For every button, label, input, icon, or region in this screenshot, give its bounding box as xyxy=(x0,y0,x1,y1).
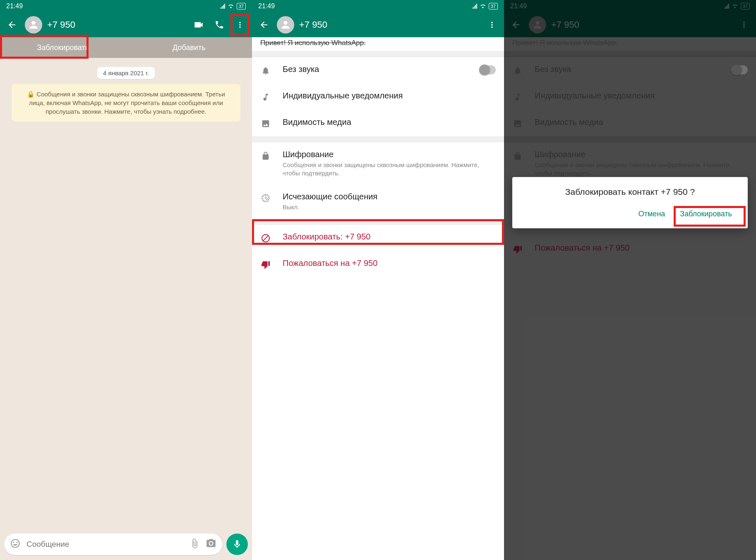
media-vis-label: Видимость медиа xyxy=(283,117,496,127)
compose-row xyxy=(4,534,248,555)
add-contact-button[interactable]: Добавить xyxy=(126,37,252,58)
voice-call-button[interactable] xyxy=(211,17,227,33)
block-confirm-dialog: Заблокировать контакт +7 950 ? Отмена За… xyxy=(512,177,748,228)
attach-icon[interactable] xyxy=(190,538,200,550)
date-divider: 4 января 2021 г. xyxy=(97,67,155,79)
mute-toggle[interactable] xyxy=(479,65,496,74)
mic-button[interactable] xyxy=(226,534,248,555)
dialog-title: Заблокировать контакт +7 950 ? xyxy=(522,186,738,197)
camera-icon[interactable] xyxy=(206,538,216,550)
status-icons: 37 xyxy=(221,3,246,10)
divider xyxy=(252,219,504,225)
avatar[interactable] xyxy=(277,16,294,34)
block-contact-row[interactable]: Заблокировать: +7 950 xyxy=(252,225,504,251)
about-text: Привет! Я использую WhatsApp. xyxy=(252,37,504,51)
back-button[interactable] xyxy=(256,17,272,33)
emoji-icon[interactable] xyxy=(10,538,21,550)
status-bar: 21:49 37 xyxy=(0,0,252,12)
status-time: 21:49 xyxy=(258,2,275,10)
wifi-icon xyxy=(480,3,486,9)
media-visibility-row[interactable]: Видимость медиа xyxy=(252,110,504,136)
mute-row[interactable]: Без звука xyxy=(252,57,504,84)
divider xyxy=(252,136,504,142)
battery-icon: 37 xyxy=(489,3,498,10)
encryption-sub: Сообщения и звонки защищены сквозным шиф… xyxy=(283,161,496,177)
battery-icon: 37 xyxy=(237,3,246,10)
disappearing-row[interactable]: Исчезающие сообщения Выкл. xyxy=(252,184,504,219)
pane-confirm-dialog: 21:49 37 +7 950 Привет! Я использую What… xyxy=(504,0,756,560)
disappearing-sub: Выкл. xyxy=(283,203,496,211)
pane-contact-info: 21:49 37 +7 950 Привет! Я использую What… xyxy=(252,0,504,560)
contact-title[interactable]: +7 950 xyxy=(299,19,479,30)
chat-title[interactable]: +7 950 xyxy=(47,19,186,30)
custom-notifications-row[interactable]: Индивидуальные уведомления xyxy=(252,84,504,110)
block-icon xyxy=(260,233,271,244)
block-button[interactable]: Заблокировать xyxy=(0,37,126,58)
image-icon xyxy=(260,118,271,129)
pane-chat: 21:49 37 +7 950 Заблокировать Добавить 4… xyxy=(0,0,252,560)
bell-icon xyxy=(260,65,271,76)
report-label: Пожаловаться на +7 950 xyxy=(283,258,496,268)
app-bar: +7 950 xyxy=(252,12,504,37)
back-button[interactable] xyxy=(4,17,20,33)
thumbs-down-icon xyxy=(260,259,271,270)
video-call-button[interactable] xyxy=(191,17,206,33)
lock-icon xyxy=(260,151,271,161)
signal-icon xyxy=(473,4,477,9)
custom-notif-label: Индивидуальные уведомления xyxy=(283,91,496,101)
unknown-contact-actions: Заблокировать Добавить xyxy=(0,37,252,58)
wifi-icon xyxy=(228,3,234,9)
contact-settings: Привет! Я использую WhatsApp. Без звука … xyxy=(252,37,504,560)
avatar[interactable] xyxy=(25,16,42,34)
modal-backdrop[interactable] xyxy=(504,0,756,560)
more-options-button[interactable] xyxy=(232,17,248,33)
mute-label: Без звука xyxy=(283,65,468,74)
report-contact-row[interactable]: Пожаловаться на +7 950 xyxy=(252,251,504,278)
status-icons: 37 xyxy=(473,3,498,10)
more-options-button[interactable] xyxy=(484,17,500,33)
encryption-label: Шифрование xyxy=(283,150,496,159)
music-note-icon xyxy=(260,92,271,103)
block-label: Заблокировать: +7 950 xyxy=(283,232,496,242)
signal-icon xyxy=(221,4,225,9)
encryption-notice[interactable]: 🔒 Сообщения и звонки защищены сквозным ш… xyxy=(12,84,240,122)
divider xyxy=(252,51,504,57)
app-bar: +7 950 xyxy=(0,12,252,37)
timer-icon xyxy=(260,193,271,203)
dialog-confirm-button[interactable]: Заблокировать xyxy=(674,206,738,222)
chat-body: Заблокировать Добавить 4 января 2021 г. … xyxy=(0,37,252,560)
message-input[interactable] xyxy=(26,540,184,549)
disappearing-label: Исчезающие сообщения xyxy=(283,192,496,201)
status-time: 21:49 xyxy=(6,2,23,10)
compose-bar xyxy=(4,534,222,555)
dialog-cancel-button[interactable]: Отмена xyxy=(633,206,671,222)
encryption-row[interactable]: Шифрование Сообщения и звонки защищены с… xyxy=(252,142,504,184)
status-bar: 21:49 37 xyxy=(252,0,504,12)
